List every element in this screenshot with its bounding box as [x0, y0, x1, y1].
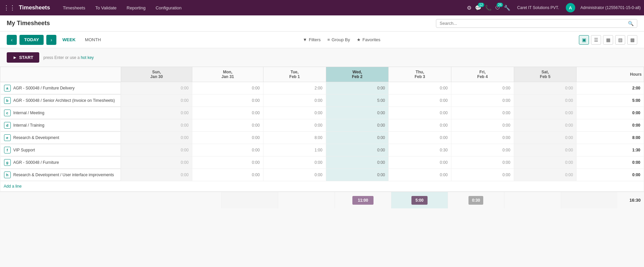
- cell-fri[interactable]: 0:00: [451, 169, 514, 181]
- phone-icon[interactable]: 📞: [485, 5, 492, 11]
- cell-sat[interactable]: 0:00: [514, 107, 577, 119]
- hotkey-link[interactable]: hot key: [81, 55, 94, 60]
- cell-thu[interactable]: 0:00: [389, 107, 451, 119]
- cell-fri[interactable]: 0:00: [451, 82, 514, 94]
- cell-mon[interactable]: 0:00: [192, 144, 263, 156]
- cell-sun[interactable]: 0:00: [121, 107, 192, 119]
- cell-hours: 0:00: [577, 169, 644, 181]
- cell-wed[interactable]: 0:00: [326, 132, 389, 144]
- week-button[interactable]: WEEK: [59, 35, 79, 45]
- cell-thu[interactable]: 0:00: [389, 169, 451, 181]
- notification-icon[interactable]: 💬 12: [475, 5, 482, 11]
- nav-configuration[interactable]: Configuration: [151, 0, 186, 15]
- nav-reporting[interactable]: Reporting: [122, 0, 150, 15]
- cell-sat[interactable]: 0:00: [514, 94, 577, 107]
- cell-sat[interactable]: 0:00: [514, 144, 577, 156]
- search-bar[interactable]: 🔍: [436, 19, 637, 28]
- month-button[interactable]: MONTH: [82, 35, 104, 45]
- cell-wed[interactable]: 0:00: [326, 119, 389, 132]
- desc-cell[interactable]: dInternal / Training: [0, 119, 121, 131]
- grid-icon[interactable]: ⋮⋮: [3, 4, 15, 11]
- cell-fri[interactable]: 0:00: [451, 119, 514, 132]
- cell-fri[interactable]: 0:00: [451, 94, 514, 107]
- groupby-button[interactable]: ≡ Group By: [328, 37, 350, 42]
- cell-mon[interactable]: 0:00: [192, 132, 263, 144]
- cell-tue[interactable]: 0:00: [263, 119, 326, 132]
- desc-cell[interactable]: eResearch & Development: [0, 132, 121, 144]
- start-button[interactable]: ► START: [7, 52, 39, 63]
- cell-mon[interactable]: 0:00: [192, 94, 263, 107]
- cell-wed[interactable]: 0:00: [326, 156, 389, 169]
- today-button[interactable]: TODAY: [19, 35, 44, 45]
- filters-button[interactable]: ▼ Filters: [303, 37, 320, 42]
- cell-sat[interactable]: 0:00: [514, 82, 577, 94]
- cell-thu[interactable]: 0:00: [389, 94, 451, 107]
- next-button[interactable]: ›: [46, 35, 56, 45]
- cell-thu[interactable]: 0:00: [389, 82, 451, 94]
- nav-menu: Timesheets To Validate Reporting Configu…: [58, 0, 467, 15]
- cell-sun[interactable]: 0:00: [121, 156, 192, 169]
- cell-sun[interactable]: 0:00: [121, 169, 192, 181]
- cell-thu[interactable]: 0:00: [389, 132, 451, 144]
- cell-hours: 0:00: [577, 156, 644, 169]
- cell-tue[interactable]: 1:00: [263, 144, 326, 156]
- timer-icon[interactable]: ⏱ 26: [495, 5, 500, 11]
- progress-bars: 11:00 5:00 0:30: [221, 192, 617, 208]
- cell-fri[interactable]: 0:00: [451, 156, 514, 169]
- view-pivot-button[interactable]: ▧: [615, 35, 625, 45]
- desc-cell[interactable]: gAGR - S00048 / Furniture: [0, 156, 121, 169]
- cell-sat[interactable]: 0:00: [514, 119, 577, 132]
- view-list-button[interactable]: ☰: [591, 35, 601, 45]
- cell-sat[interactable]: 0:00: [514, 156, 577, 169]
- cell-tue[interactable]: 0:00: [263, 94, 326, 107]
- cell-wed[interactable]: 5:00: [326, 94, 389, 107]
- favorites-label: Favorites: [362, 37, 380, 42]
- cell-sun[interactable]: 0:00: [121, 82, 192, 94]
- cell-fri[interactable]: 0:00: [451, 132, 514, 144]
- prev-button[interactable]: ‹: [7, 35, 17, 45]
- cell-sun[interactable]: 0:00: [121, 132, 192, 144]
- row-letter: g: [4, 159, 11, 166]
- cell-wed[interactable]: 0:00: [326, 107, 389, 119]
- nav-timesheets[interactable]: Timesheets: [58, 0, 90, 15]
- cell-sun[interactable]: 0:00: [121, 144, 192, 156]
- cell-mon[interactable]: 0:00: [192, 82, 263, 94]
- desc-cell[interactable]: bAGR - S00048 / Senior Architect (Invoic…: [0, 94, 121, 107]
- cell-mon[interactable]: 0:00: [192, 119, 263, 132]
- desc-cell[interactable]: cInternal / Meeting: [0, 107, 121, 119]
- cell-mon[interactable]: 0:00: [192, 107, 263, 119]
- cell-tue[interactable]: 2:00: [263, 82, 326, 94]
- nav-to-validate[interactable]: To Validate: [91, 0, 121, 15]
- cell-tue[interactable]: 0:00: [263, 156, 326, 169]
- cell-wed[interactable]: 0:00: [326, 169, 389, 181]
- cell-sun[interactable]: 0:00: [121, 94, 192, 107]
- desc-cell[interactable]: fVIP Support: [0, 144, 121, 156]
- cell-fri[interactable]: 0:00: [451, 144, 514, 156]
- cell-tue[interactable]: 8:00: [263, 132, 326, 144]
- cell-thu[interactable]: 0:30: [389, 144, 451, 156]
- cell-mon[interactable]: 0:00: [192, 169, 263, 181]
- view-grid-button[interactable]: ▦: [603, 35, 613, 45]
- tool-icon[interactable]: 🔧: [504, 5, 510, 11]
- cell-sun[interactable]: 0:00: [121, 119, 192, 132]
- cell-thu[interactable]: 0:00: [389, 156, 451, 169]
- cell-wed[interactable]: 0:00: [326, 82, 389, 94]
- cell-tue[interactable]: 0:00: [263, 169, 326, 181]
- desc-cell[interactable]: hResearch & Development / User interface…: [0, 169, 121, 181]
- view-kanban-button[interactable]: ▣: [579, 35, 589, 45]
- search-input[interactable]: [440, 21, 628, 26]
- settings-icon[interactable]: ⚙: [467, 5, 472, 11]
- view-chart-button[interactable]: ▩: [627, 35, 637, 45]
- add-line-button[interactable]: Add a line: [0, 181, 644, 192]
- desc-cell[interactable]: aAGR - S00048 / Furniture Delivery: [0, 82, 121, 94]
- cell-wed[interactable]: 0:00: [326, 144, 389, 156]
- cell-sat[interactable]: 0:00: [514, 132, 577, 144]
- cell-hours: 0:00: [577, 119, 644, 132]
- favorites-button[interactable]: ★ Favorites: [357, 37, 380, 42]
- cell-fri[interactable]: 0:00: [451, 107, 514, 119]
- cell-sat[interactable]: 0:00: [514, 169, 577, 181]
- row-desc: Research & Development: [13, 135, 59, 140]
- cell-mon[interactable]: 0:00: [192, 156, 263, 169]
- cell-thu[interactable]: 0:00: [389, 119, 451, 132]
- cell-tue[interactable]: 0:00: [263, 107, 326, 119]
